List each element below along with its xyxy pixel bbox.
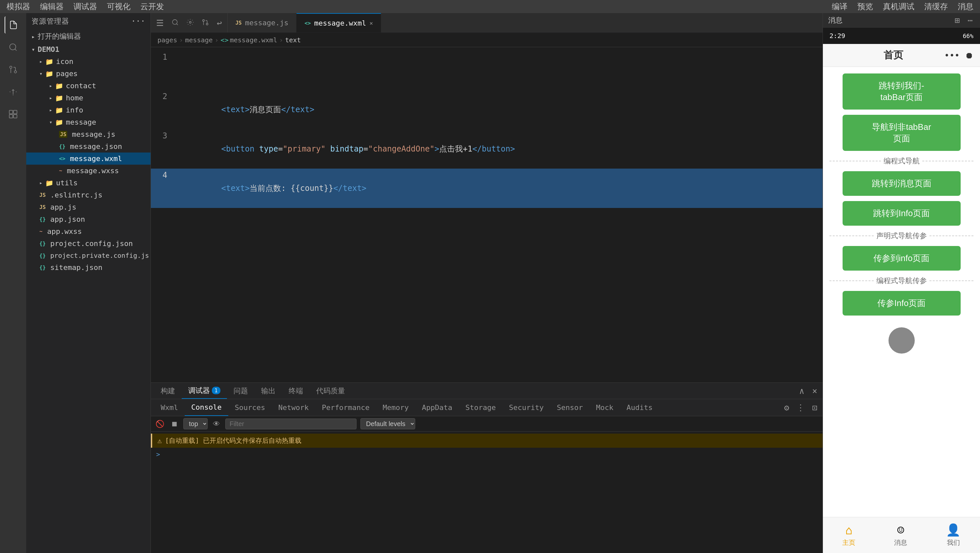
debug-tab-appdata[interactable]: AppData — [415, 399, 459, 416]
debug-tab-audits[interactable]: Audits — [620, 399, 659, 416]
folder-icon: 📁 — [45, 58, 54, 65]
menu-preview[interactable]: 预览 — [858, 1, 873, 12]
sidebar-item-eslintrc[interactable]: JS .eslintrc.js — [26, 189, 151, 201]
panel-tab-output[interactable]: 输出 — [255, 383, 282, 399]
phone-nav-me[interactable]: 👤 我们 — [946, 523, 961, 547]
sidebar-item-message[interactable]: ▾ 📁 message — [26, 116, 151, 128]
search-icon[interactable] — [170, 16, 181, 30]
menu-debugger[interactable]: 调试器 — [73, 1, 97, 12]
menu-visualize[interactable]: 可视化 — [107, 1, 130, 12]
menu-cloud[interactable]: 云开发 — [140, 1, 164, 12]
debug-resize-icon[interactable]: ⊡ — [810, 401, 819, 415]
phone-more-icon[interactable]: ••• — [944, 51, 960, 60]
console-prompt-line[interactable]: > — [151, 448, 822, 461]
debug-tab-network[interactable]: Network — [272, 399, 315, 416]
phone-nav-home[interactable]: ⌂ 主页 — [842, 523, 855, 547]
tab-message-js[interactable]: JS message.js — [228, 13, 297, 32]
preview-layout-icon[interactable]: ⊞ — [953, 13, 962, 27]
sidebar-item-message-json[interactable]: {} message.json — [26, 140, 151, 153]
debug-tab-audits-label: Audits — [627, 404, 652, 412]
sidebar-item-message-js[interactable]: JS message.js — [26, 128, 151, 140]
activity-git[interactable] — [5, 61, 22, 78]
activity-extensions[interactable] — [5, 106, 22, 123]
panel-tab-build[interactable]: 构建 — [154, 383, 182, 399]
activity-search[interactable] — [5, 39, 22, 56]
debug-tab-mock[interactable]: Mock — [589, 399, 620, 416]
debug-tab-wxml[interactable]: Wxml — [154, 399, 185, 416]
settings-icon[interactable] — [185, 16, 196, 30]
breadcrumb-message[interactable]: message — [185, 36, 213, 44]
debug-tab-performance[interactable]: Performance — [315, 399, 376, 416]
home-icon: ⌂ — [845, 523, 853, 537]
sidebar-item-utils[interactable]: ▸ 📁 utils — [26, 177, 151, 189]
sidebar-item-icon[interactable]: ▸ 📁 icon — [26, 56, 151, 68]
undo-icon[interactable]: ↩ — [215, 16, 224, 30]
sidebar-toggle-icon[interactable]: ☰ — [154, 16, 165, 30]
tab-message-wxml[interactable]: <> message.wxml × — [296, 13, 381, 32]
panel-tab-debugger[interactable]: 调试器 1 — [182, 383, 227, 399]
phone-btn-non-tabbar[interactable]: 导航到非tabBar页面 — [843, 115, 961, 151]
phone-btn-info[interactable]: 跳转到Info页面 — [843, 201, 961, 226]
panel-tab-terminal[interactable]: 终端 — [282, 383, 310, 399]
debug-tab-storage-label: Storage — [465, 404, 496, 412]
activity-debug[interactable] — [5, 83, 22, 100]
file-css-icon: ~ — [59, 168, 62, 174]
sidebar-item-app-js[interactable]: JS app.js — [26, 201, 151, 213]
debug-tab-sources[interactable]: Sources — [228, 399, 272, 416]
context-select[interactable]: top — [183, 418, 208, 429]
menu-compile[interactable]: 编译 — [832, 1, 848, 12]
console-clear-icon[interactable]: 🚫 — [154, 418, 165, 429]
panel-tab-problems[interactable]: 问题 — [227, 383, 255, 399]
phone-btn-param-info2[interactable]: 传参Info页面 — [843, 291, 961, 316]
phone-btn-param-info[interactable]: 传参到info页面 — [843, 246, 961, 270]
phone-record-icon[interactable]: ⏺ — [965, 51, 974, 60]
sidebar-more[interactable]: ··· — [131, 17, 145, 26]
sidebar-item-project-config[interactable]: {} project.config.json — [26, 237, 151, 249]
console-stop-icon[interactable]: ⏹ — [170, 418, 180, 429]
debug-more-icon[interactable]: ⋮ — [794, 401, 807, 415]
user-icon: 👤 — [946, 523, 961, 537]
sidebar-item-message-wxml[interactable]: <> message.wxml — [26, 153, 151, 165]
sidebar-item-message-wxss[interactable]: ~ message.wxss — [26, 165, 151, 177]
debug-tab-console[interactable]: Console — [185, 399, 228, 416]
sidebar-item-sitemap[interactable]: {} sitemap.json — [26, 261, 151, 273]
warning-text: [自动重载] 已开启代码文件保存后自动热重载 — [165, 436, 301, 445]
tab-close-icon[interactable]: × — [370, 20, 373, 27]
sidebar-item-pages[interactable]: ▾ 📁 pages — [26, 68, 151, 80]
debug-settings-icon[interactable]: ⚙ — [782, 401, 791, 415]
menu-editor[interactable]: 编辑器 — [40, 1, 64, 12]
sidebar-project[interactable]: ▾ DEMO1 — [26, 43, 151, 56]
menu-device-debug[interactable]: 真机调试 — [883, 1, 915, 12]
sidebar-item-app-wxss[interactable]: ~ app.wxss — [26, 225, 151, 237]
debug-tab-memory[interactable]: Memory — [376, 399, 415, 416]
sidebar-item-app-json[interactable]: {} app.json — [26, 213, 151, 225]
console-eye-icon[interactable]: 👁 — [212, 418, 221, 429]
sidebar-open-editors[interactable]: ▸ 打开的编辑器 — [26, 30, 151, 43]
sidebar-item-project-private[interactable]: {} project.private.config.js... — [26, 249, 151, 261]
breadcrumb-file[interactable]: <> message.wxml — [221, 36, 277, 44]
code-editor[interactable]: 1 2 <text>消息页面</text> 3 <button type="pr… — [151, 47, 822, 383]
phone-nav-message[interactable]: ☺ 消息 — [894, 523, 907, 547]
activity-files[interactable] — [5, 16, 22, 33]
sidebar-item-contact[interactable]: ▸ 📁 contact — [26, 80, 151, 92]
filter-input[interactable] — [225, 418, 356, 429]
panel-close-icon[interactable]: × — [810, 384, 819, 398]
debug-tab-mock-label: Mock — [596, 404, 613, 412]
menu-message[interactable]: 消息 — [958, 1, 974, 12]
menu-clear-cache[interactable]: 清缓存 — [924, 1, 948, 12]
phone-btn-message[interactable]: 跳转到消息页面 — [843, 171, 961, 196]
preview-more-icon[interactable]: ⋯ — [966, 13, 975, 27]
debug-tab-sensor[interactable]: Sensor — [550, 399, 589, 416]
sidebar-item-info[interactable]: ▸ 📁 info — [26, 104, 151, 116]
phone-btn-tabbar[interactable]: 跳转到我们-tabBar页面 — [843, 73, 961, 110]
panel-tab-code-quality[interactable]: 代码质量 — [310, 383, 352, 399]
menu-simulator[interactable]: 模拟器 — [6, 1, 30, 12]
source-control-icon[interactable] — [200, 16, 211, 30]
breadcrumb-pages[interactable]: pages — [158, 36, 177, 44]
log-level-select[interactable]: Default levels — [360, 418, 415, 429]
debug-tab-security[interactable]: Security — [503, 399, 550, 416]
warning-icon: ⚠ — [158, 437, 162, 445]
debug-tab-storage[interactable]: Storage — [459, 399, 503, 416]
panel-collapse-icon[interactable]: ∧ — [797, 384, 807, 398]
sidebar-item-home[interactable]: ▸ 📁 home — [26, 92, 151, 104]
